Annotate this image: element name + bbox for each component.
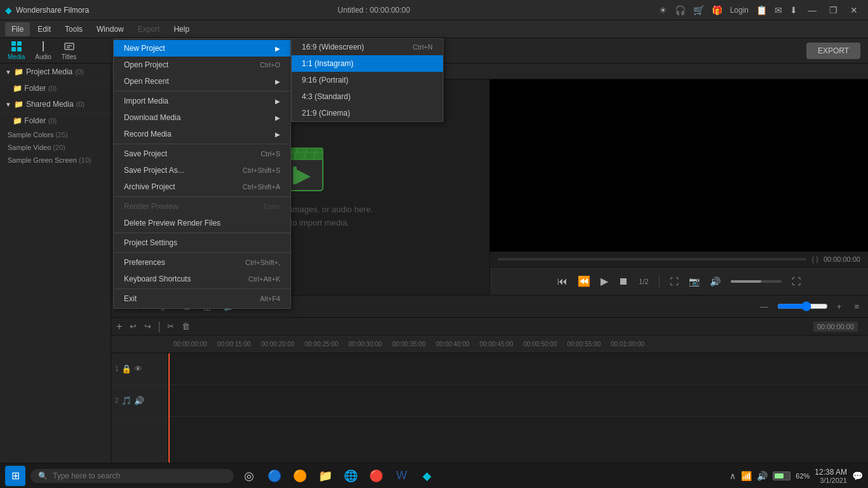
tab-titles[interactable]: Titles [62,41,77,60]
menu-icon[interactable]: ≡ [850,301,863,313]
export-button[interactable]: EXPORT [806,43,860,59]
wifi-icon[interactable]: 📶 [741,471,752,481]
preview-controls: ⏮ ⏪ ▶ ⏹ 1/2 ⛶ 📷 🔊 ⛶ [490,267,868,295]
preview-screen [490,79,868,252]
open-project-item[interactable]: Open Project Ctrl+O [114,57,290,73]
sample-green-screen-item[interactable]: Sample Green Screen (10) [0,154,111,166]
filmora-taskbar-icon[interactable]: ◆ [417,466,437,486]
download-icon[interactable]: ⬇ [790,5,797,15]
step-back-button[interactable]: ⏮ [557,276,567,287]
keyboard-shortcuts-item[interactable]: Keyboard Shortcuts Ctrl+Alt+K [114,271,290,287]
record-media-arrow: ▶ [275,131,280,138]
volume-slider[interactable] [731,280,782,283]
ratio-instagram[interactable]: 1:1 (Instagram) [292,55,443,72]
play-button[interactable]: ▶ [600,275,608,287]
shared-media-header[interactable]: ▼ 📁 Shared Media (0) [0,96,111,113]
edge-icon[interactable]: 🔵 [264,466,285,486]
delete-preview-item[interactable]: Delete Preview Render Files [114,215,290,231]
timeline: 00:00:00:00 00:00:15:00 00:00:20:00 00:0… [111,336,868,463]
tl-scissors[interactable]: ✂ [163,320,178,332]
ratio-widescreen[interactable]: 16:9 (Widescreen) Ctrl+N [292,39,443,55]
tl-delete[interactable]: 🗑 [178,320,194,332]
track-controls: 1 🔒 👁 2 🎵 🔊 [111,353,168,463]
ratio-portrait[interactable]: 9:16 (Portrait) [292,72,443,88]
tab-media[interactable]: Media [8,41,25,60]
left-panel: ▼ 📁 Project Media (0) 📁 Folder (0) ▼ 📁 S… [0,64,111,463]
gift-icon[interactable]: 🎁 [712,5,722,15]
archive-project-item[interactable]: Archive Project Ctrl+Shift+A [114,179,290,195]
close-button[interactable]: ✕ [848,5,860,15]
clock-display[interactable]: 12:38 AM 3/1/2021 [815,468,847,484]
tab-audio[interactable]: Audio [35,41,51,60]
project-settings-item[interactable]: Project Settings [114,234,290,251]
chrome-icon[interactable]: 🌐 [341,466,361,486]
tl-add-button[interactable]: + [116,321,122,332]
sun-icon[interactable]: ☀ [659,5,667,15]
app-icon-1[interactable]: 🟠 [290,466,310,486]
app-icon-2[interactable]: 🔴 [366,466,386,486]
expand-button[interactable]: ⛶ [792,276,801,287]
menu-tools[interactable]: Tools [58,22,89,36]
search-input[interactable] [53,471,212,480]
save-project-as-item[interactable]: Save Project As... Ctrl+Shift+S [114,162,290,179]
menu-window[interactable]: Window [90,22,130,36]
preferences-item[interactable]: Preferences Ctrl+Shift+, [114,254,290,271]
new-project-item[interactable]: New Project ▶ [114,40,290,57]
taskbar: ⊞ 🔍 ◎ 🔵 🟠 📁 🌐 🔴 W ◆ ∧ 📶 🔊 62% 12:38 AM 3… [0,463,868,488]
shared-folder-item[interactable]: 📁 Folder (0) [0,113,111,128]
menu-edit[interactable]: Edit [31,22,57,36]
track-lock-icon[interactable]: 🔒 [121,364,132,374]
cart-icon[interactable]: 🛒 [693,5,704,15]
exit-item[interactable]: Exit Alt+F4 [114,290,290,307]
restore-button[interactable]: ❐ [827,5,840,15]
track-eye-icon[interactable]: 👁 [134,364,142,374]
speed-up-icon[interactable]: + [833,301,846,313]
open-recent-item[interactable]: Open Recent ▶ [114,73,290,90]
ratio-standard[interactable]: 4:3 (Standard) [292,88,443,105]
playback-ratio: 1/2 [639,278,648,285]
download-media-item[interactable]: Download Media ▶ [114,109,290,126]
project-media-header[interactable]: ▼ 📁 Project Media (0) [0,64,111,81]
fullscreen-button[interactable]: ⛶ [670,276,679,287]
start-button[interactable]: ⊞ [5,466,25,486]
screenshot-button[interactable]: 📷 [689,276,700,287]
speed-slider[interactable] [777,301,828,311]
file-explorer-icon[interactable]: 📁 [315,466,336,486]
timeline-label-row: + ↩ ↪ | ✂ 🗑 00:00:00:00 [111,318,868,336]
ratio-cinema[interactable]: 21:9 (Cinema) [292,105,443,121]
battery-pct: 62% [796,472,810,480]
stop-button[interactable]: ⏹ [618,276,628,287]
track-vol-icon[interactable]: 🔊 [134,396,144,405]
volume-button[interactable]: 🔊 [710,276,721,287]
project-media-count: (0) [75,68,83,76]
minimize-button[interactable]: — [805,5,819,15]
speed-down-icon[interactable]: — [756,301,772,313]
shared-media-count: (0) [76,100,85,108]
timeline-scrubber[interactable] [498,258,806,261]
menu-help[interactable]: Help [167,22,196,36]
menu-export[interactable]: Export [132,22,166,36]
cortana-icon[interactable]: ◎ [239,466,259,486]
project-folder-item[interactable]: 📁 Folder (0) [0,81,111,96]
save-project-item[interactable]: Save Project Ctrl+S [114,146,290,162]
clipboard-icon[interactable]: 📋 [756,5,767,15]
track-mute-icon[interactable]: 🎵 [121,396,132,405]
volume-taskbar-icon[interactable]: 🔊 [757,471,768,481]
sample-colors-item[interactable]: Sample Colors (25) [0,128,111,141]
notification-icon[interactable]: 💬 [852,471,863,481]
mail-icon[interactable]: ✉ [775,5,782,15]
menu-file[interactable]: File [5,22,30,36]
rewind-button[interactable]: ⏪ [578,275,590,287]
login-button[interactable]: Login [730,6,749,15]
tl-redo[interactable]: ↪ [140,320,155,332]
import-media-item[interactable]: Import Media ▶ [114,93,290,109]
tl-undo[interactable]: ↩ [126,320,140,332]
render-preview-item: Render Preview Enter [114,198,290,215]
headphone-icon[interactable]: 🎧 [675,5,686,15]
word-icon[interactable]: W [391,466,412,486]
search-bar[interactable]: 🔍 [31,469,234,483]
chevron-up-icon[interactable]: ∧ [729,471,736,481]
record-media-item[interactable]: Record Media ▶ [114,126,290,142]
file-menu-section-2: Import Media ▶ Download Media ▶ Record M… [114,92,290,144]
sample-video-item[interactable]: Sample Video (20) [0,141,111,154]
